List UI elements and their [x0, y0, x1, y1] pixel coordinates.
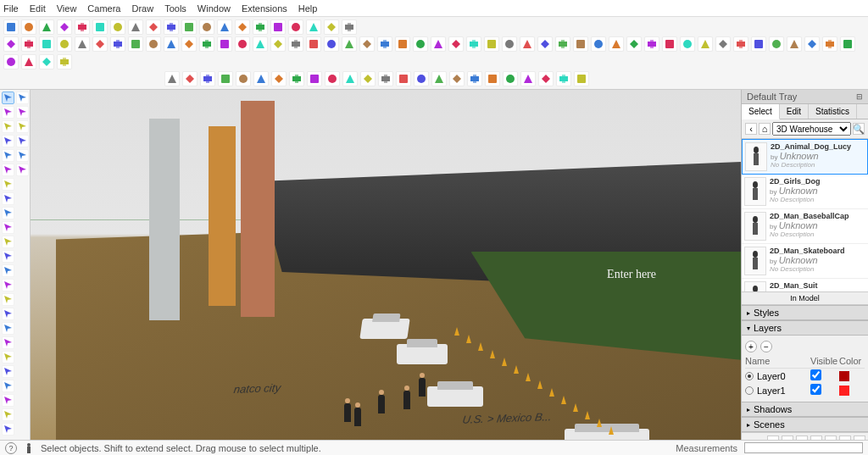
- toolbar-button[interactable]: [21, 19, 36, 35]
- layers-col-name[interactable]: Name: [745, 356, 810, 366]
- tray-pin-icon[interactable]: ⊟: [856, 92, 863, 101]
- toolbar-button[interactable]: [306, 19, 321, 35]
- toolbar-button[interactable]: [573, 36, 588, 52]
- toolbar-button[interactable]: [342, 36, 357, 52]
- toolbar-button[interactable]: [307, 71, 322, 86]
- nav-back-icon[interactable]: ‹: [745, 123, 757, 135]
- toolbar-button[interactable]: [466, 36, 481, 52]
- select-tool[interactable]: [2, 92, 14, 104]
- scale-tool[interactable]: [2, 236, 14, 248]
- toolbar-button[interactable]: [236, 71, 251, 86]
- menu-view[interactable]: View: [57, 3, 77, 14]
- layer-active-radio[interactable]: [745, 372, 754, 380]
- toolbar-button[interactable]: [449, 71, 465, 86]
- toolbar-button[interactable]: [57, 36, 72, 52]
- toolbar-button[interactable]: [217, 36, 232, 52]
- toolbar-button[interactable]: [110, 19, 125, 35]
- protractor-tool[interactable]: [2, 264, 14, 277]
- menu-help[interactable]: Help: [298, 3, 318, 14]
- toolbar-button[interactable]: [146, 36, 161, 52]
- dimension-tool[interactable]: [2, 423, 14, 436]
- section-tool[interactable]: [2, 365, 14, 378]
- panel-shadows[interactable]: ▸Shadows: [742, 402, 868, 417]
- circle-tool[interactable]: [2, 164, 14, 176]
- sandbox-tool[interactable]: [16, 164, 29, 176]
- toolbar-button[interactable]: [751, 36, 766, 52]
- toolbar-button[interactable]: [804, 36, 820, 52]
- layers-col-color[interactable]: Color: [839, 356, 865, 366]
- eraser-tool[interactable]: [2, 106, 14, 119]
- toolbar-button[interactable]: [698, 36, 713, 52]
- zoom-tool[interactable]: [2, 336, 14, 349]
- model-scope-label[interactable]: In Model: [742, 291, 868, 305]
- toolbar-button[interactable]: [288, 19, 303, 35]
- toolbar-button[interactable]: [733, 36, 748, 52]
- toolbar-button[interactable]: [520, 71, 536, 86]
- layer-add-button[interactable]: +: [745, 341, 757, 352]
- toolbar-button[interactable]: [146, 19, 161, 35]
- toolbar-button[interactable]: [342, 71, 358, 86]
- menu-window[interactable]: Window: [198, 3, 231, 14]
- toolbar-button[interactable]: [609, 36, 624, 52]
- toolbar-button[interactable]: [128, 19, 143, 35]
- toolbar-button[interactable]: [57, 19, 72, 35]
- offset-tool[interactable]: [2, 192, 14, 205]
- panel-styles[interactable]: ▸Styles: [742, 305, 868, 320]
- toolbar-button[interactable]: [715, 36, 731, 52]
- toolbar-button[interactable]: [181, 19, 197, 35]
- position-camera-tool[interactable]: [2, 408, 14, 421]
- toolbar-button[interactable]: [306, 36, 321, 52]
- toolbar-button[interactable]: [503, 71, 518, 86]
- help-icon[interactable]: ?: [5, 442, 17, 454]
- toolbar-button[interactable]: [270, 19, 286, 35]
- toolbar-button[interactable]: [787, 36, 802, 52]
- toolbar-button[interactable]: [484, 36, 499, 52]
- menu-edit[interactable]: Edit: [30, 3, 46, 14]
- toolbar-button[interactable]: [680, 36, 695, 52]
- 3dtext-tool[interactable]: [16, 106, 29, 119]
- toolbar-button[interactable]: [92, 36, 108, 52]
- toolbar-button[interactable]: [467, 71, 482, 86]
- component-item[interactable]: 2D_Man_BaseballCap by Unknown No Descrip…: [742, 209, 868, 244]
- toolbar-button[interactable]: [39, 36, 54, 52]
- toolbar-button[interactable]: [271, 71, 287, 86]
- layers-col-visible[interactable]: Visible: [810, 356, 839, 366]
- home-icon[interactable]: ⌂: [759, 123, 771, 135]
- toolbar-button[interactable]: [288, 36, 303, 52]
- pushpull-tool[interactable]: [2, 178, 14, 191]
- lookaround-tool[interactable]: [2, 394, 14, 407]
- toolbar-button[interactable]: [324, 36, 339, 52]
- search-scope-select[interactable]: 3D Warehouse: [772, 122, 851, 136]
- toolbar-button[interactable]: [3, 36, 19, 52]
- toolbar-button[interactable]: [75, 36, 90, 52]
- measurements-input[interactable]: [744, 442, 863, 453]
- toolbar-button[interactable]: [75, 19, 90, 35]
- toolbar-button[interactable]: [574, 71, 589, 86]
- layer-remove-button[interactable]: −: [760, 341, 772, 352]
- toolbar-button[interactable]: [395, 36, 410, 52]
- tab-select[interactable]: Select: [742, 104, 780, 119]
- toolbar-button[interactable]: [324, 19, 339, 35]
- menu-tools[interactable]: Tools: [164, 3, 186, 14]
- layer-row[interactable]: Layer1: [745, 383, 865, 397]
- toolbar-button[interactable]: [360, 71, 376, 86]
- toolbar-button[interactable]: [556, 71, 571, 86]
- walk-tool[interactable]: [2, 380, 14, 392]
- component-item[interactable]: 2D_Man_Suit by Unknown No Description: [742, 279, 868, 291]
- component-list[interactable]: 2D_Animal_Dog_Lucy by Unknown No Descrip…: [742, 139, 868, 291]
- toolbar-button[interactable]: [431, 36, 446, 52]
- toolbar-button[interactable]: [378, 71, 393, 86]
- paint-tool[interactable]: [2, 293, 14, 306]
- tab-edit[interactable]: Edit: [780, 104, 809, 119]
- toolbar-button[interactable]: [217, 19, 232, 35]
- toolbar-button[interactable]: [253, 71, 269, 86]
- layer-color-swatch[interactable]: [839, 371, 849, 381]
- toolbar-button[interactable]: [325, 71, 340, 86]
- component-item[interactable]: 2D_Man_Skateboard by Unknown No Descript…: [742, 244, 868, 279]
- layer-row[interactable]: Layer0: [745, 369, 865, 383]
- toolbar-button[interactable]: [769, 36, 784, 52]
- toolbar-button[interactable]: [199, 36, 214, 52]
- toolbar-button[interactable]: [822, 36, 837, 52]
- axes-tool[interactable]: [16, 92, 29, 104]
- layer-visible-checkbox[interactable]: [810, 384, 839, 397]
